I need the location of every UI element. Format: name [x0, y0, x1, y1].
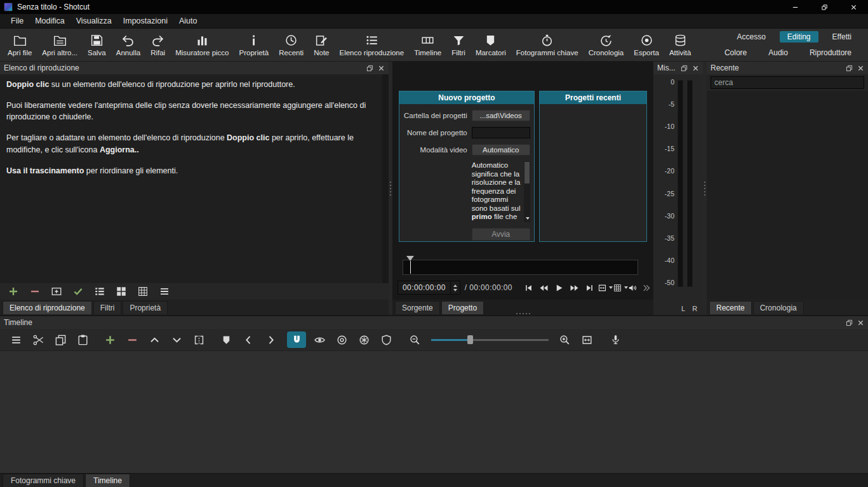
- ripple-toggle-button[interactable]: [331, 331, 353, 349]
- close-button[interactable]: [839, 0, 868, 14]
- record-audio-button[interactable]: [604, 331, 627, 349]
- timeline-float-button[interactable]: [845, 319, 853, 326]
- player-grid-button[interactable]: [613, 281, 628, 294]
- cut-button[interactable]: [27, 331, 50, 349]
- open-other-button[interactable]: Apri altro...: [37, 30, 83, 60]
- tab-proprieta[interactable]: Proprietà: [123, 301, 168, 314]
- playlist-close-button[interactable]: [377, 64, 385, 72]
- save-button[interactable]: Salva: [83, 30, 111, 60]
- tab-recente[interactable]: Recente: [709, 301, 752, 314]
- ripple-all-tracks-button[interactable]: [353, 331, 375, 349]
- tab-elenco-di-riproduzione[interactable]: Elenco di riproduzione: [3, 301, 92, 314]
- timeline-close-button[interactable]: [857, 319, 864, 326]
- playlist-menu-button[interactable]: [154, 284, 175, 299]
- workspace-colore-button[interactable]: Colore: [717, 47, 754, 58]
- tab-filtri[interactable]: Filtri: [93, 301, 122, 314]
- peak-meter-float-button[interactable]: [680, 64, 688, 72]
- workspace-riproduttore-button[interactable]: Riproduttore: [802, 47, 859, 58]
- properties-button[interactable]: Proprietà: [234, 30, 274, 60]
- menu-file[interactable]: File: [5, 15, 29, 27]
- workspace-accesso-button[interactable]: Accesso: [729, 31, 773, 43]
- undo-button[interactable]: Annulla: [111, 30, 145, 60]
- playlist-remove-button[interactable]: [24, 284, 46, 299]
- minimize-button[interactable]: [780, 0, 810, 14]
- timecode-up-button[interactable]: [453, 284, 457, 287]
- copy-button[interactable]: [50, 331, 72, 349]
- timeline-marker-button[interactable]: [215, 331, 237, 349]
- tab-fotogrammi-chiave[interactable]: Fotogrammi chiave: [3, 474, 84, 487]
- split-button[interactable]: [188, 331, 210, 349]
- export-button[interactable]: Esporta: [629, 30, 664, 60]
- filters-button[interactable]: Filtri: [446, 30, 471, 60]
- slider-handle[interactable]: [467, 335, 473, 344]
- prev-marker-button[interactable]: [237, 331, 260, 349]
- timeline-zoom-out-button[interactable]: [404, 331, 426, 349]
- open-file-button[interactable]: Apri file: [3, 30, 37, 60]
- projects-folder-button[interactable]: ...sad\Videos: [472, 110, 530, 121]
- recent-button[interactable]: Recenti: [274, 30, 309, 60]
- recent-search-input[interactable]: [711, 76, 864, 89]
- keyframes-button[interactable]: Fotogrammi chiave: [511, 30, 584, 60]
- video-mode-button[interactable]: Automatico: [472, 144, 530, 156]
- play-button[interactable]: [552, 281, 567, 294]
- skip-end-button[interactable]: [582, 281, 598, 294]
- tab-sorgente[interactable]: Sorgente: [395, 301, 440, 314]
- overwrite-button[interactable]: [166, 331, 188, 349]
- start-project-button[interactable]: Avvia: [472, 228, 530, 241]
- seek-bar[interactable]: [403, 260, 638, 275]
- timeline-zoom-slider[interactable]: [431, 335, 549, 345]
- notes-button[interactable]: Note: [309, 30, 334, 60]
- redo-button[interactable]: Rifai: [145, 30, 170, 60]
- tab-timeline[interactable]: Timeline: [85, 474, 130, 487]
- tab-cronologia[interactable]: Cronologia: [753, 301, 804, 314]
- player-timeline-splitter[interactable]: [516, 313, 530, 314]
- player-zoom-fit-button[interactable]: [598, 281, 613, 294]
- menu-modifica[interactable]: Modifica: [29, 15, 70, 27]
- recent-files-list[interactable]: [707, 91, 868, 300]
- menu-aiuto[interactable]: Aiuto: [173, 15, 203, 27]
- scrub-while-dragging-button[interactable]: [309, 331, 331, 349]
- timeline-append-button[interactable]: [99, 331, 121, 349]
- next-marker-button[interactable]: [260, 331, 282, 349]
- playlist-append-button[interactable]: [3, 284, 24, 299]
- recent-float-button[interactable]: [845, 64, 853, 72]
- history-button[interactable]: Cronologia: [584, 30, 629, 60]
- tab-progetto[interactable]: Progetto: [441, 301, 484, 314]
- workspace-audio-button[interactable]: Audio: [761, 47, 796, 58]
- menu-impostazioni[interactable]: Impostazioni: [117, 15, 173, 27]
- peak-meter-button[interactable]: Misuratore picco: [170, 30, 234, 60]
- playlist-add-source-button[interactable]: [46, 284, 67, 299]
- volume-button[interactable]: [628, 281, 638, 294]
- playlist-scrollbar[interactable]: [382, 74, 389, 283]
- timeline-menu-button[interactable]: [5, 331, 27, 349]
- recent-projects-list[interactable]: [540, 104, 646, 241]
- lift-button[interactable]: [144, 331, 166, 349]
- markers-button[interactable]: Marcatori: [471, 30, 511, 60]
- scroll-down-button[interactable]: [524, 215, 530, 222]
- restore-button[interactable]: [810, 0, 839, 14]
- playlist-update-button[interactable]: [67, 284, 89, 299]
- menu-visualizza[interactable]: Visualizza: [70, 15, 117, 27]
- timecode-spinner[interactable]: 00:00:00:00: [397, 281, 460, 295]
- rewind-button[interactable]: [537, 281, 552, 294]
- ripple-delete-button[interactable]: [121, 331, 144, 349]
- playhead-marker[interactable]: [406, 256, 414, 261]
- timeline-zoom-in-button[interactable]: [554, 331, 576, 349]
- timecode-down-button[interactable]: [453, 289, 457, 291]
- timeline-button[interactable]: Timeline: [409, 30, 446, 60]
- description-scrollbar[interactable]: [524, 161, 530, 222]
- workspace-effetti-button[interactable]: Effetti: [825, 31, 859, 43]
- timeline-zoom-fit-button[interactable]: [576, 331, 598, 349]
- timeline-tracks-area[interactable]: [0, 350, 868, 473]
- playlist-view-tiles-button[interactable]: [110, 284, 132, 299]
- player-more-button[interactable]: [641, 281, 651, 294]
- peak-meter-close-button[interactable]: [691, 64, 699, 72]
- playlist-button[interactable]: Elenco riproduzione: [334, 30, 409, 60]
- playlist-view-icons-button[interactable]: [132, 284, 154, 299]
- jobs-button[interactable]: Attività: [664, 30, 697, 60]
- recent-close-button[interactable]: [857, 64, 864, 72]
- playlist-view-details-button[interactable]: [89, 284, 110, 299]
- workspace-editing-button[interactable]: Editing: [780, 31, 818, 43]
- skip-start-button[interactable]: [521, 281, 537, 294]
- snap-toggle-button[interactable]: [287, 331, 306, 348]
